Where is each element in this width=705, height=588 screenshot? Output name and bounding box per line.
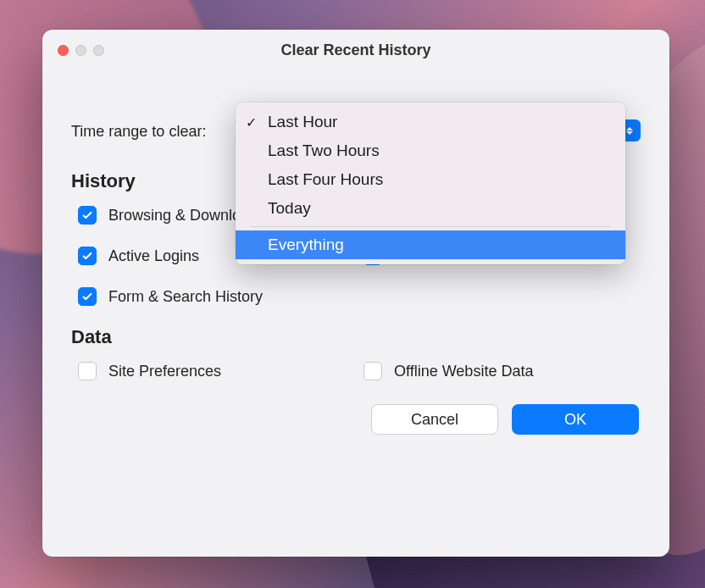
- checkbox-browsing-download-history[interactable]: [78, 206, 97, 225]
- dropdown-option-last-four-hours[interactable]: Last Four Hours: [236, 165, 625, 194]
- dropdown-option-label: Last Four Hours: [268, 170, 383, 189]
- dropdown-option-label: Everything: [268, 236, 344, 254]
- checkbox-offline-website-data[interactable]: [364, 362, 382, 380]
- time-range-label: Time range to clear:: [71, 123, 206, 141]
- dropdown-option-label: Today: [268, 199, 311, 218]
- cancel-button[interactable]: Cancel: [371, 404, 498, 435]
- checkbox-active-logins[interactable]: [78, 247, 97, 265]
- time-range-dropdown: ✓Last HourLast Two HoursLast Four HoursT…: [236, 103, 625, 264]
- clear-history-dialog: Clear Recent History Time range to clear…: [42, 30, 669, 557]
- dropdown-option-last-hour[interactable]: ✓Last Hour: [236, 108, 625, 136]
- checkbox-label-active-logins: Active Logins: [108, 247, 199, 265]
- dropdown-option-label: Last Two Hours: [268, 141, 380, 160]
- dropdown-option-everything[interactable]: Everything: [236, 230, 625, 259]
- checkbox-label-form-search-history: Form & Search History: [108, 288, 263, 306]
- ok-button[interactable]: OK: [512, 404, 639, 435]
- checkbox-label-offline-website-data: Offline Website Data: [394, 363, 533, 380]
- dropdown-option-last-two-hours[interactable]: Last Two Hours: [236, 136, 625, 165]
- data-item-site-preferences: Site Preferences: [78, 362, 355, 380]
- dropdown-divider: [251, 226, 610, 227]
- section-heading-data: Data: [71, 326, 641, 348]
- checkbox-label-site-preferences: Site Preferences: [108, 363, 221, 380]
- checkbox-site-preferences[interactable]: [78, 362, 97, 380]
- dropdown-option-label: Last Hour: [268, 113, 337, 131]
- data-item-offline-website-data: Offline Website Data: [364, 362, 641, 380]
- dialog-title: Clear Recent History: [42, 42, 669, 59]
- check-icon: ✓: [246, 114, 257, 130]
- titlebar: Clear Recent History: [42, 30, 669, 70]
- dropdown-option-today[interactable]: Today: [236, 194, 625, 223]
- checkbox-form-search-history[interactable]: [78, 287, 97, 306]
- history-item-form-search-history: Form & Search History: [78, 287, 641, 306]
